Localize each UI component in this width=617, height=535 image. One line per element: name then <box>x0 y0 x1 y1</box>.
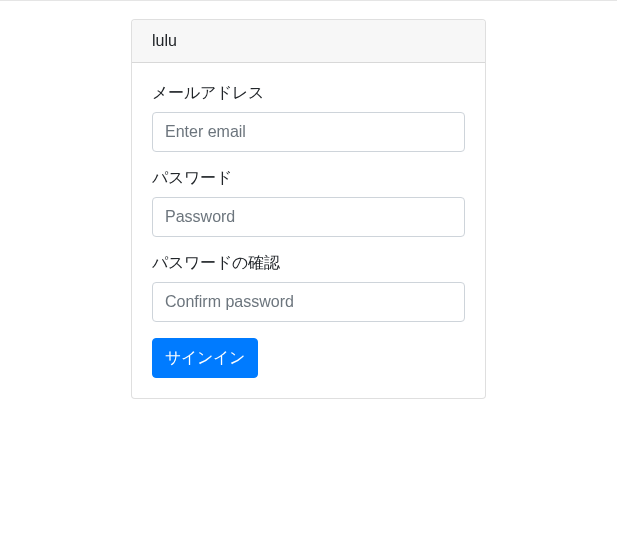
password-label: パスワード <box>152 168 465 189</box>
card-header: lulu <box>132 20 485 63</box>
page-container: lulu メールアドレス パスワード パスワードの確認 サインイン <box>0 1 617 399</box>
confirm-password-label: パスワードの確認 <box>152 253 465 274</box>
card-title: lulu <box>152 32 177 49</box>
confirm-password-group: パスワードの確認 <box>152 253 465 322</box>
email-label: メールアドレス <box>152 83 465 104</box>
email-field[interactable] <box>152 112 465 152</box>
password-field[interactable] <box>152 197 465 237</box>
signup-form: メールアドレス パスワード パスワードの確認 サインイン <box>152 83 465 378</box>
confirm-password-field[interactable] <box>152 282 465 322</box>
email-group: メールアドレス <box>152 83 465 152</box>
signin-button[interactable]: サインイン <box>152 338 258 378</box>
signup-card: lulu メールアドレス パスワード パスワードの確認 サインイン <box>131 19 486 399</box>
password-group: パスワード <box>152 168 465 237</box>
card-body: メールアドレス パスワード パスワードの確認 サインイン <box>132 63 485 398</box>
